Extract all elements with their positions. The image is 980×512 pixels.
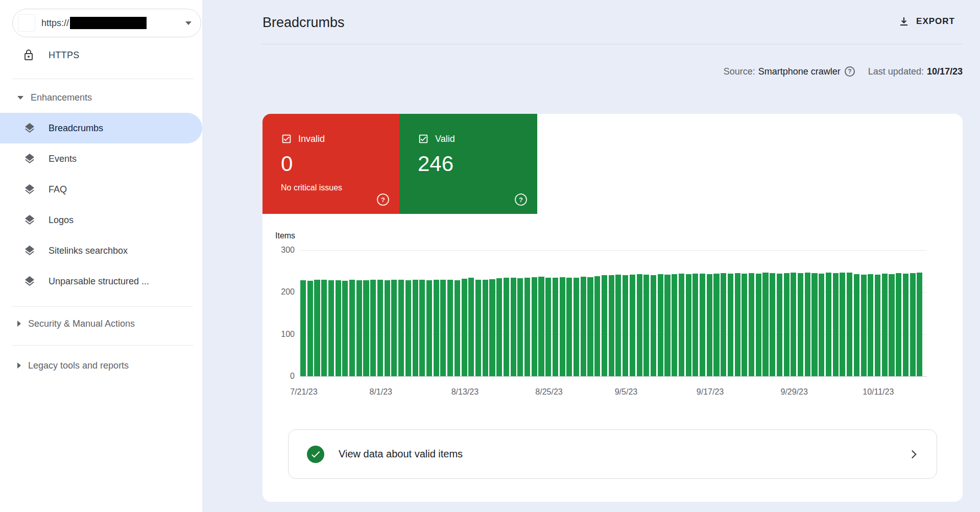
chart-bar[interactable] [664, 275, 670, 376]
chart-bar[interactable] [455, 280, 460, 376]
chart-bar[interactable] [735, 273, 740, 376]
chart-bar[interactable] [861, 275, 867, 376]
chart-bar[interactable] [434, 280, 439, 376]
chart-bar[interactable] [573, 278, 579, 376]
chart-bar[interactable] [637, 274, 642, 376]
chart-bar[interactable] [356, 280, 362, 376]
chart-bar[interactable] [826, 273, 831, 376]
chart-bar[interactable] [581, 277, 586, 376]
chart-bar[interactable] [413, 280, 418, 376]
chart-bar[interactable] [511, 278, 516, 376]
sidebar-item-https[interactable]: HTTPS [22, 46, 80, 64]
chart-bar[interactable] [560, 277, 565, 376]
chart-bar[interactable] [587, 277, 593, 376]
chart-bar[interactable] [770, 273, 775, 376]
chart-bar[interactable] [328, 280, 334, 376]
chart-bar[interactable] [349, 280, 355, 376]
sidebar-section-legacy-tools[interactable]: Legacy tools and reports [17, 359, 129, 372]
chart-bar[interactable] [805, 273, 810, 376]
chart-bar[interactable] [630, 275, 635, 376]
sidebar-item-events[interactable]: Events [0, 143, 202, 174]
chart-bar[interactable] [391, 280, 397, 376]
chart-bar[interactable] [798, 273, 803, 376]
chart-bar[interactable] [462, 279, 467, 376]
chart-bar[interactable] [307, 281, 313, 376]
chart-bar[interactable] [553, 278, 558, 376]
chart-bar[interactable] [468, 278, 474, 376]
chart-bar[interactable] [440, 280, 446, 376]
help-icon[interactable] [377, 193, 389, 206]
chart-bar[interactable] [700, 274, 705, 376]
chart-bar[interactable] [321, 280, 327, 376]
chart-bar[interactable] [475, 280, 481, 376]
chart-bar[interactable] [784, 273, 790, 376]
chart-bar[interactable] [615, 275, 621, 376]
view-valid-items-row[interactable]: View data about valid items [288, 429, 937, 479]
sidebar-section-security-manual-actions[interactable]: Security & Manual Actions [17, 318, 135, 330]
chart-bar[interactable] [903, 274, 909, 376]
chart-bar[interactable] [811, 273, 817, 376]
chart-bar[interactable] [405, 280, 411, 376]
chart-bar[interactable] [889, 274, 894, 376]
chart-bar[interactable] [594, 276, 600, 376]
sidebar-item-faq[interactable]: FAQ [0, 174, 202, 205]
chart-bar[interactable] [419, 280, 425, 376]
chart-bar[interactable] [623, 275, 628, 376]
chart-bar[interactable] [854, 274, 859, 376]
chart-bar[interactable] [728, 274, 733, 376]
chart-bar[interactable] [917, 273, 922, 376]
chart-bar[interactable] [672, 274, 677, 376]
chart-bar[interactable] [504, 278, 509, 376]
invalid-tile[interactable]: Invalid 0 No critical issues [262, 114, 399, 214]
chart-bar[interactable] [363, 280, 369, 376]
chart-bar[interactable] [377, 280, 383, 376]
chart-bar[interactable] [609, 275, 614, 376]
chart-bar[interactable] [742, 274, 747, 376]
chart-bar[interactable] [713, 274, 719, 376]
chart-bar[interactable] [840, 273, 845, 376]
sidebar-item-unparsable-structured[interactable]: Unparsable structured ... [0, 266, 202, 297]
chart-bar[interactable] [875, 275, 880, 376]
chart-bar[interactable] [692, 274, 698, 376]
chart-bar[interactable] [524, 278, 530, 376]
sidebar-item-sitelinks-searchbox[interactable]: Sitelinks searchbox [0, 235, 202, 266]
chart-bar[interactable] [756, 274, 761, 376]
chart-bar[interactable] [819, 274, 824, 376]
chart-bar[interactable] [398, 280, 404, 376]
property-selector[interactable]: https:// [12, 9, 201, 37]
chart-bar[interactable] [847, 273, 852, 376]
chart-bar[interactable] [483, 280, 488, 376]
chart-bar[interactable] [545, 278, 551, 376]
chart-bar[interactable] [686, 274, 691, 376]
chart-bar[interactable] [385, 280, 390, 376]
export-button[interactable]: EXPORT [898, 15, 955, 28]
chart-bar[interactable] [517, 278, 523, 376]
chart-bar[interactable] [868, 274, 873, 376]
chart-bar[interactable] [833, 273, 839, 376]
chart-bar[interactable] [882, 274, 888, 376]
chart-bar[interactable] [489, 279, 495, 376]
chart-bar[interactable] [910, 273, 916, 376]
chart-bar[interactable] [336, 280, 341, 376]
help-icon[interactable] [515, 193, 527, 206]
chart-bar[interactable] [602, 275, 607, 376]
chart-bar[interactable] [300, 280, 306, 376]
valid-tile[interactable]: Valid 246 [399, 114, 537, 214]
chart-bar[interactable] [658, 274, 663, 376]
chart-bar[interactable] [538, 277, 544, 376]
chart-bar[interactable] [777, 274, 782, 376]
chart-bar[interactable] [749, 273, 754, 376]
chart-bar[interactable] [314, 280, 320, 376]
chart-bar[interactable] [496, 278, 502, 376]
chart-bar[interactable] [651, 275, 656, 376]
sidebar-section-enhancements[interactable]: Enhancements [17, 91, 92, 104]
chart-bar[interactable] [791, 273, 796, 376]
chart-bar[interactable] [342, 281, 348, 376]
chart-bar[interactable] [426, 280, 432, 376]
chart-bar[interactable] [896, 273, 901, 376]
chart-bar[interactable] [532, 277, 537, 376]
chart-bar[interactable] [707, 274, 712, 376]
chart-bar[interactable] [721, 273, 726, 376]
chart-bar[interactable] [566, 278, 572, 376]
chart-bar[interactable] [447, 280, 453, 376]
